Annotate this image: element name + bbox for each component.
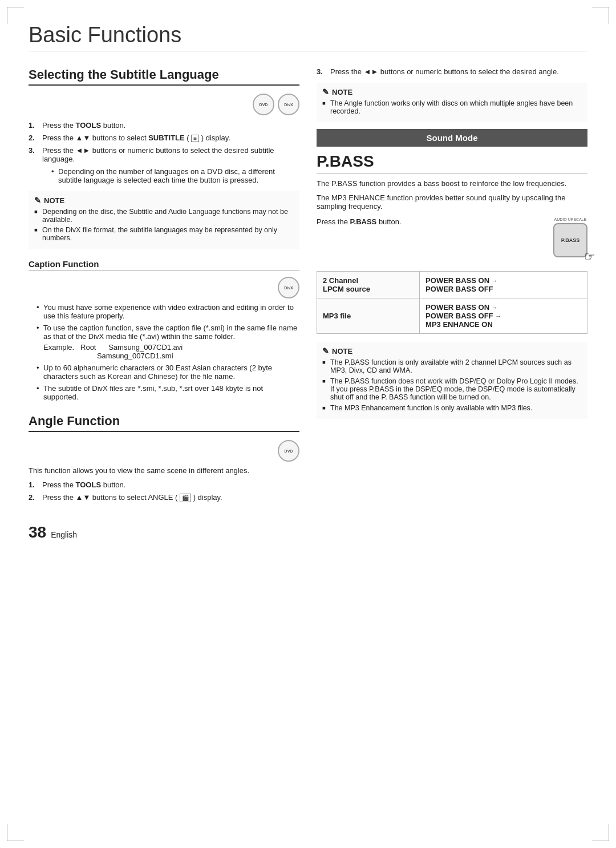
pbass-table-row-1: 2 Channel LPCM source POWER BASS ON → PO… <box>317 272 587 298</box>
pbass-btn-label: P.BASS <box>561 237 579 243</box>
caption-bullet-2: To use the caption function, save the ca… <box>37 324 299 360</box>
sound-mode-header: Sound Mode <box>317 129 587 147</box>
subtitle-bullet-item: Depending on the number of languages on … <box>51 167 299 184</box>
caption-section-title: Caption Function <box>29 259 299 271</box>
pbass-flow-1: POWER BASS ON → POWER BASS OFF <box>420 272 587 298</box>
angle-note-title: NOTE <box>322 87 582 96</box>
angle-section-title: Angle Function <box>29 414 299 432</box>
pbass-label-top: AUDIO UPSCALE <box>553 217 587 221</box>
pbass-note-title: NOTE <box>322 346 582 356</box>
pbass-flow-2: POWER BASS ON → POWER BASS OFF → MP3 ENH… <box>420 298 587 334</box>
subtitle-step-2: 2. Press the ▲▼ buttons to select SUBTIT… <box>29 134 299 142</box>
page-number-area: 38 English <box>29 506 299 542</box>
subtitle-steps: 1. Press the TOOLS button. 2. Press the … <box>29 121 299 163</box>
pbass-note: NOTE The P.BASS function is only availab… <box>317 342 587 419</box>
subtitle-section-title: Selecting the Subtitle Language <box>29 67 299 86</box>
pbass-button-area: AUDIO UPSCALE P.BASS ☞ <box>553 217 587 257</box>
pbass-table: 2 Channel LPCM source POWER BASS ON → PO… <box>317 271 587 334</box>
page-number-label: English <box>51 530 77 539</box>
angle-steps: 1. Press the TOOLS button. 2. Press the … <box>29 480 299 502</box>
left-column: Selecting the Subtitle Language DVD DivX… <box>29 67 299 825</box>
pbass-title: P.BASS <box>317 152 587 173</box>
subtitle-note-items: Depending on the disc, the Subtitle and … <box>34 208 294 242</box>
angle-icon-row: DVD <box>29 440 299 462</box>
pbass-btn-wrap: P.BASS ☞ <box>553 223 587 257</box>
pbass-source-2: MP3 file <box>317 298 420 334</box>
page-number: 38 <box>29 523 46 542</box>
subtitle-note-item-1: Depending on the disc, the Subtitle and … <box>34 208 294 224</box>
angle-right-steps: 3. Press the ◄► buttons or numeric butto… <box>317 67 587 76</box>
pbass-source-1-bold: 2 Channel <box>323 276 414 285</box>
caption-bullet-1: You must have some experience with video… <box>37 303 299 320</box>
subtitle-step-1: 1. Press the TOOLS button. <box>29 121 299 130</box>
columns: Selecting the Subtitle Language DVD DivX… <box>29 67 587 825</box>
subtitle-note-title: NOTE <box>34 196 294 205</box>
pbass-press-row: Press the P.BASS button. AUDIO UPSCALE P… <box>317 217 587 263</box>
page: Basic Functions Selecting the Subtitle L… <box>0 0 616 848</box>
pbass-source-1-sub: LPCM source <box>323 285 414 293</box>
right-column: 3. Press the ◄► buttons or numeric butto… <box>317 67 587 825</box>
pbass-source-1: 2 Channel LPCM source <box>317 272 420 298</box>
angle-step-2: 2. Press the ▲▼ buttons to select ANGLE … <box>29 493 299 502</box>
subtitle-bullet: Depending on the number of languages on … <box>43 167 299 184</box>
angle-note-items: The Angle function works only with discs… <box>322 99 582 115</box>
pbass-remote-button[interactable]: P.BASS <box>553 223 587 257</box>
hand-pointer-icon: ☞ <box>584 249 595 264</box>
pbass-note-item-1: The P.BASS function is only available wi… <box>322 358 582 374</box>
caption-bullet-3: Up to 60 alphanumeric characters or 30 E… <box>37 364 299 381</box>
dvd-disc-icon: DVD <box>253 94 274 115</box>
pbass-table-row-2: MP3 file POWER BASS ON → POWER BASS OFF … <box>317 298 587 334</box>
caption-divx-icon: DivX <box>278 277 299 298</box>
pbass-note-item-2: The P.BASS function does not work with D… <box>322 377 582 401</box>
caption-icon-row: DivX <box>29 277 299 298</box>
pbass-press-text: Press the P.BASS button. <box>317 217 544 226</box>
pbass-desc1: The P.BASS function provides a bass boos… <box>317 179 587 188</box>
angle-note-item-1: The Angle function works only with discs… <box>322 99 582 115</box>
pbass-note-items: The P.BASS function is only available wi… <box>322 358 582 412</box>
angle-note: NOTE The Angle function works only with … <box>317 83 587 122</box>
angle-step-1: 1. Press the TOOLS button. <box>29 480 299 489</box>
divx-disc-icon: DivX <box>278 94 299 115</box>
subtitle-note: NOTE Depending on the disc, the Subtitle… <box>29 191 299 249</box>
angle-step-3-right: 3. Press the ◄► buttons or numeric butto… <box>317 67 587 76</box>
subtitle-note-item-2: On the DivX file format, the subtitle la… <box>34 226 294 242</box>
caption-bullet-4: The subtitle of DivX files are *.smi, *.… <box>37 384 299 401</box>
pbass-desc2: The MP3 ENHANCE function provides better… <box>317 193 587 211</box>
caption-bullets: You must have some experience with video… <box>29 303 299 401</box>
subtitle-icon-row: DVD DivX <box>29 94 299 115</box>
pbass-note-item-3: The MP3 Enhancement function is only ava… <box>322 404 582 412</box>
page-title: Basic Functions <box>29 23 587 51</box>
angle-intro: This function allows you to view the sam… <box>29 466 299 475</box>
subtitle-step-3: 3. Press the ◄► buttons or numeric butto… <box>29 146 299 163</box>
angle-dvd-icon: DVD <box>278 440 299 462</box>
